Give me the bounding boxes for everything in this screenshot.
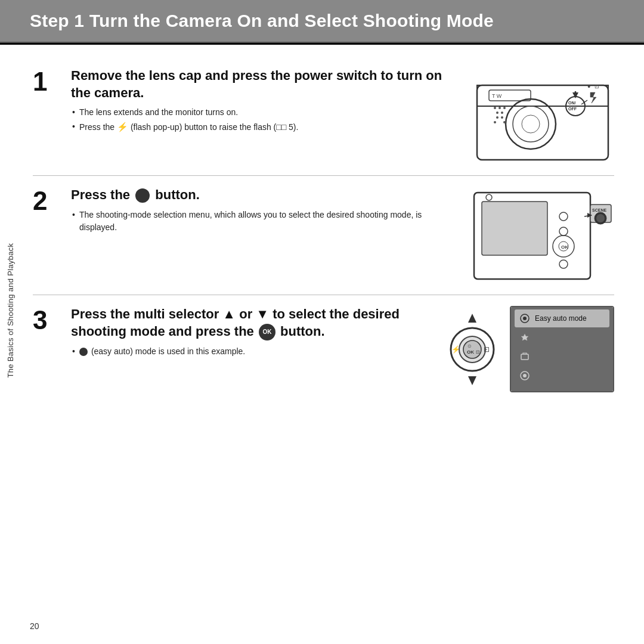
svg-rect-25 — [482, 202, 547, 255]
svg-text:⊙: ⊙ — [467, 343, 472, 349]
menu-icon-4 — [518, 369, 531, 382]
svg-point-17 — [496, 116, 499, 119]
svg-point-53 — [523, 374, 527, 377]
svg-point-18 — [501, 116, 503, 119]
menu-row-3 — [515, 348, 609, 366]
svg-point-27 — [559, 212, 568, 221]
sidebar-label: The Basics of Shooting and Playback — [7, 243, 16, 377]
svg-text:OK: OK — [561, 244, 568, 250]
sidebar: The Basics of Shooting and Playback — [0, 107, 21, 513]
page: Step 1 Turn the Camera On and Select Sho… — [0, 0, 644, 644]
menu-row-2 — [515, 329, 609, 346]
page-title: Step 1 Turn the Camera On and Select Sho… — [30, 11, 614, 31]
step-1-section: 1 Remove the lens cap and press the powe… — [33, 57, 614, 176]
svg-text:⚡: ⚡ — [451, 345, 460, 354]
step-2-number: 2 — [33, 188, 59, 214]
svg-point-36 — [596, 214, 605, 222]
step-3-number: 3 — [33, 307, 59, 333]
step-1-bullet-1: The lens extends and the monitor turns o… — [71, 106, 459, 119]
easy-auto-icon — [518, 312, 531, 325]
step-3-heading: Press the multi selector ▲ or ▼ to selec… — [71, 306, 432, 340]
main-content: 1 Remove the lens cap and press the powe… — [0, 45, 644, 414]
step-2-bullets: The shooting-mode selection menu, which … — [71, 209, 459, 234]
step-2-bullet-1: The shooting-mode selection menu, which … — [71, 209, 459, 234]
svg-text:⊡: ⊡ — [595, 83, 599, 89]
step-1-number: 1 — [33, 69, 59, 95]
svg-marker-11 — [572, 92, 578, 98]
easy-auto-label: Easy auto mode — [535, 314, 587, 323]
step-1-heading: Remove the lens cap and press the power … — [71, 67, 459, 101]
camera-back-svg: OK SCENE — [471, 187, 614, 285]
svg-point-6 — [522, 115, 540, 133]
multi-selector-svg: ⊙ OK ⊡ ⚡ ⊡ — [444, 311, 501, 388]
svg-text:●: ● — [587, 83, 590, 89]
svg-text:T         W: T W — [492, 93, 502, 99]
step-2-text: Press the button. The shooting-mode sele… — [71, 187, 459, 236]
svg-text:SCENE: SCENE — [592, 208, 606, 212]
svg-marker-39 — [468, 314, 476, 323]
menu-row-easy-auto: Easy auto mode — [515, 309, 609, 327]
step-3-text: Press the multi selector ▲ or ▼ to selec… — [71, 306, 432, 360]
menu-icon-3 — [518, 350, 531, 363]
svg-text:⊡: ⊡ — [484, 345, 490, 354]
svg-point-14 — [503, 107, 506, 109]
step-3-bullet-1: (easy auto) mode is used in this example… — [71, 345, 432, 358]
step-3-images: ⊙ OK ⊡ ⚡ ⊡ Easy auto mo — [444, 306, 614, 392]
header-section: Step 1 Turn the Camera On and Select Sho… — [0, 0, 644, 43]
svg-rect-51 — [521, 354, 528, 360]
svg-point-50 — [523, 317, 527, 320]
svg-point-32 — [559, 260, 568, 268]
svg-point-15 — [496, 112, 499, 114]
menu-icon-2 — [518, 331, 531, 344]
step-1-bullet-2: Press the ⚡ (flash pop-up) button to rai… — [71, 120, 459, 134]
menu-row-4 — [515, 367, 609, 385]
svg-point-26 — [486, 194, 492, 200]
step-3-bullets: (easy auto) mode is used in this example… — [71, 345, 432, 358]
page-number: 20 — [30, 621, 39, 631]
menu-inner: Easy auto mode — [511, 307, 613, 391]
svg-text:⊡: ⊡ — [476, 349, 480, 355]
svg-point-13 — [499, 107, 501, 109]
svg-point-20 — [503, 121, 506, 123]
step-2-section: 2 Press the button. The shooting-mode se… — [33, 176, 614, 295]
svg-point-5 — [513, 106, 549, 142]
svg-point-16 — [501, 112, 503, 114]
camera-top-svg: T W ON/ OFF — [471, 67, 614, 166]
svg-text:OFF: OFF — [568, 107, 577, 111]
step-1-text: Remove the lens cap and press the power … — [71, 67, 459, 136]
svg-point-28 — [559, 227, 568, 236]
step-1-image: T W ON/ OFF — [471, 67, 614, 166]
svg-point-19 — [494, 121, 496, 123]
step-1-bullets: The lens extends and the monitor turns o… — [71, 106, 459, 134]
svg-marker-40 — [468, 376, 476, 385]
svg-text:OK: OK — [467, 349, 474, 355]
shooting-mode-menu: Easy auto mode — [510, 306, 614, 392]
svg-text:ON/: ON/ — [568, 101, 576, 105]
step-2-heading: Press the button. — [71, 187, 459, 204]
step-3-section: 3 Press the multi selector ▲ or ▼ to sel… — [33, 295, 614, 402]
svg-point-12 — [494, 107, 496, 109]
step-2-image: OK SCENE — [471, 187, 614, 285]
